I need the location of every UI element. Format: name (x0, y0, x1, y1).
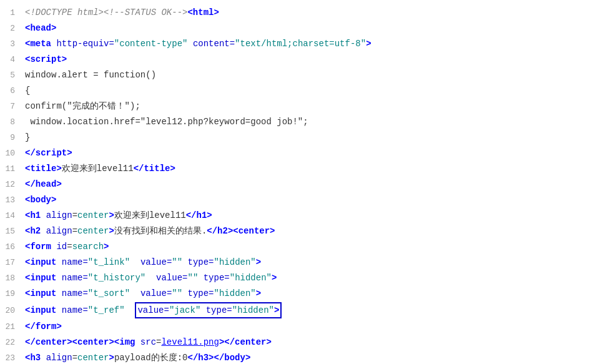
table-row: 1<!DOCTYPE html><!--STATUS OK--><html> (0, 5, 600, 21)
code-container: 1<!DOCTYPE html><!--STATUS OK--><html>2<… (0, 0, 600, 364)
line-number: 20 (0, 304, 22, 318)
table-row: 12</head> (0, 177, 600, 192)
line-content: <input name="t_history" value="" type="h… (22, 271, 600, 285)
line-content: confirm("完成的不错！"); (22, 99, 600, 113)
line-content: <input name="t_link" value="" type="hidd… (22, 255, 600, 269)
table-row: 5window.alert = function() (0, 67, 600, 83)
line-content: <input name="t_ref" value="jack" type="h… (22, 302, 600, 318)
line-content: <meta http-equiv="content-type" content=… (22, 37, 600, 51)
line-number: 10 (0, 147, 22, 160)
line-content: <h2 align=center>没有找到和相关的结果.</h2><center… (22, 224, 600, 238)
line-number: 15 (0, 225, 22, 239)
table-row: 18<input name="t_history" value="" type=… (0, 270, 600, 286)
table-row: 17<input name="t_link" value="" type="hi… (0, 255, 600, 270)
line-content: window.alert = function() (22, 68, 600, 82)
line-number: 18 (0, 272, 22, 285)
line-content: </center><center><img src=level11.png></… (22, 335, 600, 349)
line-number: 5 (0, 69, 22, 82)
table-row: 23<h3 align=center>payload的长度:0</h3></bo… (0, 350, 600, 364)
table-row: 15<h2 align=center>没有找到和相关的结果.</h2><cent… (0, 224, 600, 239)
line-content: <title>欢迎来到level11</title> (22, 162, 600, 175)
table-row: 11<title>欢迎来到level11</title> (0, 161, 600, 177)
line-content: <head> (22, 21, 600, 35)
line-content: </script> (22, 146, 600, 160)
table-row: 21</form> (0, 319, 600, 335)
table-row: 9} (0, 130, 600, 145)
line-content: </form> (22, 320, 600, 333)
table-row: 10</script> (0, 145, 600, 161)
line-number: 3 (0, 37, 22, 51)
line-content: </head> (22, 177, 600, 191)
table-row: 22</center><center><img src=level11.png>… (0, 335, 600, 350)
line-content: <body> (22, 193, 600, 207)
table-row: 19<input name="t_sort" value="" type="hi… (0, 286, 600, 302)
line-number: 23 (0, 352, 22, 364)
line-content: <input name="t_sort" value="" type="hidd… (22, 287, 600, 300)
line-content: <!DOCTYPE html><!--STATUS OK--><html> (22, 6, 600, 19)
line-number: 7 (0, 100, 22, 114)
line-number: 9 (0, 131, 22, 145)
table-row: 14<h1 align=center>欢迎来到level11</h1> (0, 208, 600, 224)
table-row: 4<script> (0, 52, 600, 67)
line-number: 16 (0, 240, 22, 254)
line-number: 2 (0, 22, 22, 36)
line-content: <form id=search> (22, 240, 600, 253)
table-row: 16<form id=search> (0, 239, 600, 255)
line-number: 12 (0, 178, 22, 192)
line-number: 19 (0, 287, 22, 301)
line-content: <h3 align=center>payload的长度:0</h3></body… (22, 351, 600, 364)
line-content: <h1 align=center>欢迎来到level11</h1> (22, 209, 600, 222)
line-number: 11 (0, 162, 22, 176)
table-row: 8 window.location.href="level12.php?keyw… (0, 114, 600, 130)
line-content: { (22, 84, 600, 97)
table-row: 7confirm("完成的不错！"); (0, 99, 600, 114)
line-content: } (22, 130, 600, 144)
line-number: 14 (0, 209, 22, 223)
line-number: 4 (0, 53, 22, 67)
table-row: 13<body> (0, 192, 600, 208)
table-row: 2<head> (0, 21, 600, 36)
line-number: 22 (0, 336, 22, 350)
line-number: 21 (0, 320, 22, 334)
line-number: 8 (0, 116, 22, 129)
line-number: 6 (0, 84, 22, 98)
table-row: 3<meta http-equiv="content-type" content… (0, 36, 600, 52)
line-content: <script> (22, 52, 600, 66)
line-content: window.location.href="level12.php?keywor… (22, 115, 600, 129)
line-number: 1 (0, 6, 22, 20)
line-number: 17 (0, 256, 22, 270)
table-row: 20<input name="t_ref" value="jack" type=… (0, 302, 600, 319)
table-row: 6{ (0, 83, 600, 99)
line-number: 13 (0, 194, 22, 207)
